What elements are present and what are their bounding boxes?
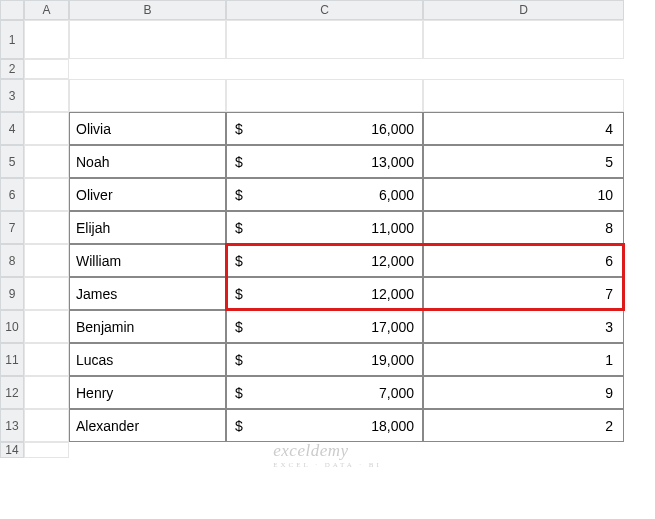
cell-A7[interactable] bbox=[24, 211, 69, 244]
rank-cell[interactable]: 2 bbox=[423, 409, 624, 442]
cell-A6[interactable] bbox=[24, 178, 69, 211]
row-header-1[interactable]: 1 bbox=[0, 20, 24, 59]
income-cell[interactable]: $11,000 bbox=[226, 211, 423, 244]
name-cell[interactable]: Benjamin bbox=[69, 310, 226, 343]
name-cell[interactable]: Lucas bbox=[69, 343, 226, 376]
cell-A12[interactable] bbox=[24, 376, 69, 409]
empty-cell[interactable] bbox=[226, 79, 423, 112]
income-cell[interactable]: $19,000 bbox=[226, 343, 423, 376]
income-cell[interactable]: $16,000 bbox=[226, 112, 423, 145]
col-header-C[interactable]: C bbox=[226, 0, 423, 20]
income-cell[interactable]: $18,000 bbox=[226, 409, 423, 442]
col-header-A[interactable]: A bbox=[24, 0, 69, 20]
name-cell[interactable]: James bbox=[69, 277, 226, 310]
income-value: 16,000 bbox=[371, 121, 414, 137]
income-value: 12,000 bbox=[371, 286, 414, 302]
currency-symbol: $ bbox=[235, 121, 243, 137]
row-header-6[interactable]: 6 bbox=[0, 178, 24, 211]
income-value: 17,000 bbox=[371, 319, 414, 335]
rank-cell[interactable]: 3 bbox=[423, 310, 624, 343]
name-cell[interactable]: Henry bbox=[69, 376, 226, 409]
name-cell[interactable]: Oliver bbox=[69, 178, 226, 211]
income-cell[interactable]: $12,000 bbox=[226, 277, 423, 310]
cell-A13[interactable] bbox=[24, 409, 69, 442]
currency-symbol: $ bbox=[235, 352, 243, 368]
select-all-corner[interactable] bbox=[0, 0, 24, 20]
rank-cell[interactable]: 8 bbox=[423, 211, 624, 244]
row-header-3[interactable]: 3 bbox=[0, 79, 24, 112]
empty-cell[interactable] bbox=[423, 20, 624, 59]
income-cell[interactable]: $12,000 bbox=[226, 244, 423, 277]
row-header-13[interactable]: 13 bbox=[0, 409, 24, 442]
empty-cell[interactable] bbox=[423, 79, 624, 112]
cell-A5[interactable] bbox=[24, 145, 69, 178]
currency-symbol: $ bbox=[235, 286, 243, 302]
row-header-9[interactable]: 9 bbox=[0, 277, 24, 310]
name-cell[interactable]: Noah bbox=[69, 145, 226, 178]
income-value: 7,000 bbox=[379, 385, 414, 401]
cell-A4[interactable] bbox=[24, 112, 69, 145]
row-header-4[interactable]: 4 bbox=[0, 112, 24, 145]
cell-A8[interactable] bbox=[24, 244, 69, 277]
empty-cell[interactable] bbox=[69, 79, 226, 112]
income-cell[interactable]: $17,000 bbox=[226, 310, 423, 343]
rank-cell[interactable]: 9 bbox=[423, 376, 624, 409]
watermark-sub: EXCEL · DATA · BI bbox=[273, 461, 382, 469]
spreadsheet-grid: A B C D Tackling Duplicate Values for Ra… bbox=[0, 0, 655, 458]
currency-symbol: $ bbox=[235, 154, 243, 170]
name-cell[interactable]: Alexander bbox=[69, 409, 226, 442]
rank-cell[interactable]: 10 bbox=[423, 178, 624, 211]
cell-A3[interactable] bbox=[24, 79, 69, 112]
income-value: 11,000 bbox=[371, 220, 414, 236]
cell-A14[interactable] bbox=[24, 442, 69, 458]
income-value: 19,000 bbox=[371, 352, 414, 368]
rank-cell[interactable]: 6 bbox=[423, 244, 624, 277]
currency-symbol: $ bbox=[235, 220, 243, 236]
rank-cell[interactable]: 7 bbox=[423, 277, 624, 310]
currency-symbol: $ bbox=[235, 253, 243, 269]
rank-cell[interactable]: 4 bbox=[423, 112, 624, 145]
row-header-5[interactable]: 5 bbox=[0, 145, 24, 178]
cell-A9[interactable] bbox=[24, 277, 69, 310]
row-header-2[interactable]: 2 bbox=[0, 59, 24, 79]
income-value: 12,000 bbox=[371, 253, 414, 269]
row-header-14[interactable]: 14 bbox=[0, 442, 24, 458]
currency-symbol: $ bbox=[235, 319, 243, 335]
empty-cell[interactable] bbox=[226, 20, 423, 59]
row-header-12[interactable]: 12 bbox=[0, 376, 24, 409]
rank-cell[interactable]: 1 bbox=[423, 343, 624, 376]
income-cell[interactable]: $6,000 bbox=[226, 178, 423, 211]
income-cell[interactable]: $7,000 bbox=[226, 376, 423, 409]
row-header-8[interactable]: 8 bbox=[0, 244, 24, 277]
cell-A1[interactable] bbox=[24, 20, 69, 59]
income-cell[interactable]: $13,000 bbox=[226, 145, 423, 178]
row-header-10[interactable]: 10 bbox=[0, 310, 24, 343]
cell-A2[interactable] bbox=[24, 59, 69, 79]
row-header-11[interactable]: 11 bbox=[0, 343, 24, 376]
income-value: 6,000 bbox=[379, 187, 414, 203]
income-value: 13,000 bbox=[371, 154, 414, 170]
currency-symbol: $ bbox=[235, 187, 243, 203]
currency-symbol: $ bbox=[235, 418, 243, 434]
cell-A10[interactable] bbox=[24, 310, 69, 343]
currency-symbol: $ bbox=[235, 385, 243, 401]
cell-A11[interactable] bbox=[24, 343, 69, 376]
income-value: 18,000 bbox=[371, 418, 414, 434]
rank-cell[interactable]: 5 bbox=[423, 145, 624, 178]
row-header-7[interactable]: 7 bbox=[0, 211, 24, 244]
name-cell[interactable]: Elijah bbox=[69, 211, 226, 244]
col-header-B[interactable]: B bbox=[69, 0, 226, 20]
empty-cell[interactable] bbox=[69, 20, 226, 59]
name-cell[interactable]: Olivia bbox=[69, 112, 226, 145]
name-cell[interactable]: William bbox=[69, 244, 226, 277]
col-header-D[interactable]: D bbox=[423, 0, 624, 20]
